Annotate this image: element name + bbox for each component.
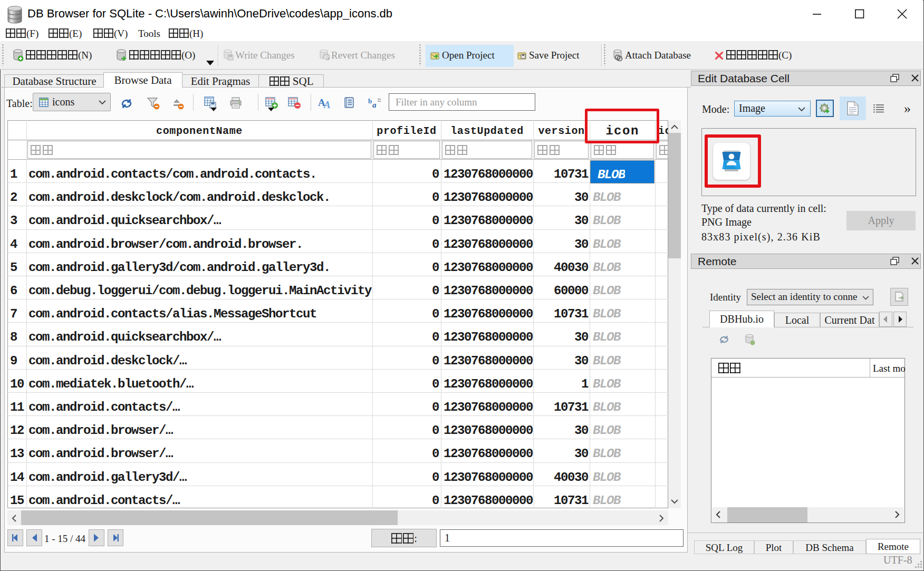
- svg-text:b: b: [368, 97, 372, 105]
- svg-text:A: A: [323, 99, 331, 109]
- svg-text:a: a: [372, 101, 377, 109]
